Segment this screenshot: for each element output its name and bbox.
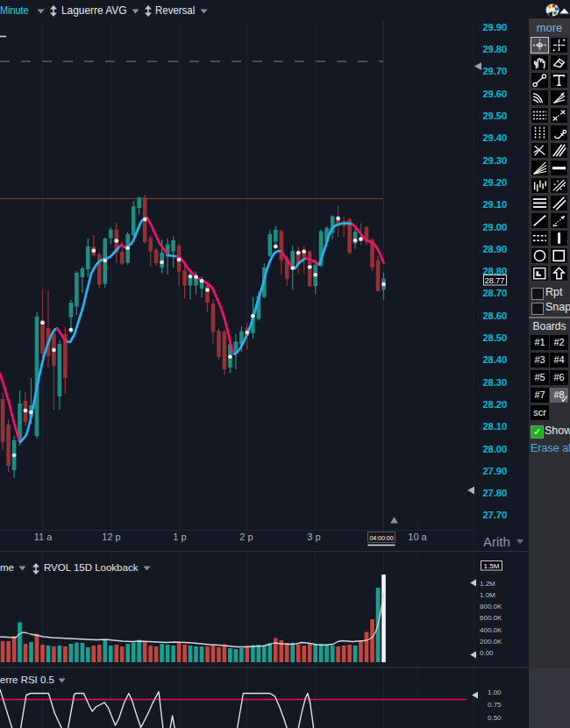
svg-text:29.00: 29.00 [482,222,507,232]
svg-text:800.0K: 800.0K [480,603,502,610]
svg-text:3 p: 3 p [307,532,320,542]
svg-text:1.2M: 1.2M [480,580,495,588]
svg-text:200.0K: 200.0K [480,638,502,646]
svg-text:28.50: 28.50 [482,332,507,343]
svg-text:28.70: 28.70 [482,288,507,298]
svg-text:29.70: 29.70 [482,66,507,76]
svg-text:04:00:00: 04:00:00 [369,535,393,541]
svg-text:400.0K: 400.0K [480,626,502,634]
svg-text:1.5M: 1.5M [484,562,500,570]
svg-text:28.10: 28.10 [482,421,507,432]
svg-text:27.70: 27.70 [482,510,507,520]
svg-text:28.00: 28.00 [482,444,507,454]
svg-text:28.60: 28.60 [482,310,507,321]
svg-text:0.75: 0.75 [488,701,502,709]
svg-text:1 p: 1 p [173,532,186,542]
svg-text:29.90: 29.90 [482,22,507,32]
svg-text:0.50: 0.50 [488,714,502,722]
svg-text:29.80: 29.80 [482,44,507,54]
svg-text:27.90: 27.90 [482,466,507,476]
svg-text:29.50: 29.50 [482,111,507,121]
svg-text:0.00: 0.00 [480,649,494,657]
svg-text:2 p: 2 p [239,532,253,542]
svg-text:Arith: Arith [483,534,510,549]
svg-text:28.40: 28.40 [482,354,507,365]
svg-text:29.40: 29.40 [482,132,507,143]
svg-text:29.60: 29.60 [482,89,507,99]
svg-text:29.10: 29.10 [482,199,507,210]
svg-text:11 a: 11 a [34,532,53,542]
svg-text:29.20: 29.20 [482,177,507,188]
svg-text:10 a: 10 a [408,532,427,542]
svg-text:28.30: 28.30 [482,377,507,388]
svg-text:28.90: 28.90 [482,244,507,254]
svg-text:600.0K: 600.0K [480,614,502,622]
svg-text:27.80: 27.80 [482,488,507,498]
svg-text:29.30: 29.30 [482,155,507,166]
svg-text:28.20: 28.20 [482,399,507,410]
svg-text:28.77: 28.77 [485,276,505,285]
svg-text:1.00: 1.00 [488,689,502,696]
svg-text:12 p: 12 p [102,532,120,542]
svg-text:1.0M: 1.0M [480,591,495,599]
